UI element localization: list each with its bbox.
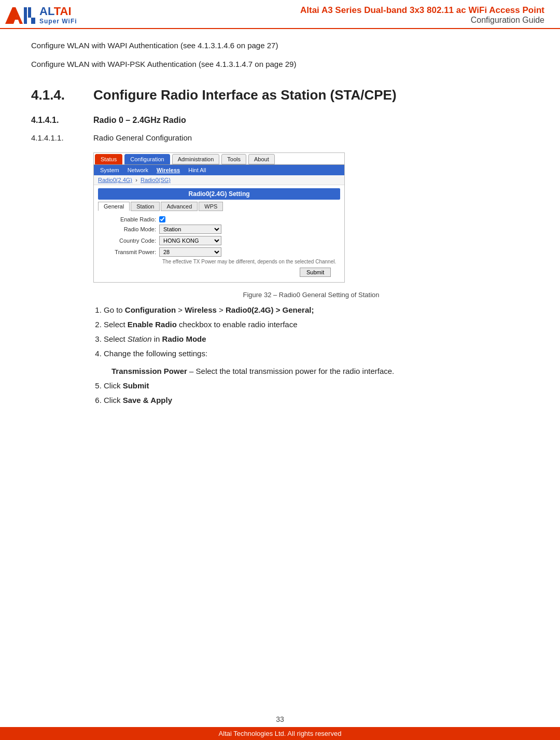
ss-sub-system[interactable]: System bbox=[96, 166, 123, 174]
header-title-top: Altai A3 Series Dual-band 3x3 802.11 ac … bbox=[88, 5, 544, 16]
ss-nav-status[interactable]: Status bbox=[95, 154, 122, 164]
step-1: Go to Configuration > Wireless > Radio0(… bbox=[104, 304, 529, 316]
ss-radio-mode-select[interactable]: Station AP bbox=[159, 225, 221, 234]
intro-para-2: Configure WLAN with WAPI-PSK Authenticat… bbox=[31, 58, 529, 71]
ss-nav-configuration[interactable]: Configuration bbox=[124, 154, 170, 164]
section-41411-title: Radio General Configuration bbox=[93, 133, 192, 142]
ss-submenu: System Network Wireless Hint All bbox=[94, 165, 344, 175]
step-2-enable: Enable Radio bbox=[128, 320, 177, 329]
section-4141-num: 4.1.4.1. bbox=[31, 116, 93, 125]
ss-nav-about[interactable]: About bbox=[248, 154, 275, 164]
ss-nav-tools[interactable]: Tools bbox=[221, 154, 246, 164]
step-4: Change the following settings: bbox=[104, 347, 529, 360]
step-2: Select Enable Radio checkbox to enable r… bbox=[104, 318, 529, 331]
step-1-config: Configuration bbox=[125, 305, 176, 314]
ss-submit-row: Submit bbox=[102, 268, 336, 277]
ss-breadcrumb-radio0-sg[interactable]: Radio0(SG) bbox=[141, 177, 171, 183]
ss-radio-mode-label: Radio Mode: bbox=[102, 226, 159, 232]
ss-form: Enable Radio: Radio Mode: Station AP Cou… bbox=[94, 214, 344, 282]
main-content: Configure WLAN with WAPI Authentication … bbox=[0, 29, 560, 422]
ss-transmit-power-select[interactable]: 28 20 15 bbox=[159, 247, 221, 257]
steps-after-list: Click Submit Click Save & Apply bbox=[93, 380, 529, 407]
ss-enable-radio-row: Enable Radio: bbox=[102, 216, 336, 222]
ss-tab-wps[interactable]: WPS bbox=[199, 202, 223, 211]
ss-sub-wireless[interactable]: Wireless bbox=[152, 166, 184, 174]
ss-tab-station[interactable]: Station bbox=[131, 202, 160, 211]
svg-rect-3 bbox=[28, 7, 31, 18]
ss-breadcrumb: Radio0(2.4G) › Radio0(SG) bbox=[94, 175, 344, 185]
step-3: Select Station in Radio Mode bbox=[104, 333, 529, 345]
step-6: Click Save & Apply bbox=[104, 394, 529, 407]
ss-navbar: Status Configuration Administration Tool… bbox=[94, 153, 344, 165]
section-414-num: 4.1.4. bbox=[31, 86, 93, 103]
svg-rect-2 bbox=[24, 7, 27, 24]
ss-nav-administration[interactable]: Administration bbox=[172, 154, 220, 164]
footer-page-num: 33 bbox=[0, 710, 560, 725]
step-4-detail: Transmission Power – Select the total tr… bbox=[111, 365, 529, 378]
ss-submit-button[interactable]: Submit bbox=[300, 268, 331, 277]
ss-tabs: General Station Advanced WPS bbox=[94, 202, 344, 211]
section-414-title: Configure Radio Interface as Station (ST… bbox=[93, 86, 529, 104]
section-414-heading: 4.1.4. Configure Radio Interface as Stat… bbox=[31, 86, 529, 104]
ss-enable-radio-checkbox[interactable] bbox=[159, 216, 165, 222]
ss-transmit-power-row: Transmit Power: 28 20 15 bbox=[102, 247, 336, 257]
step-1-wireless: Wireless bbox=[185, 305, 217, 314]
figure-caption: Figure 32 – Radio0 General Setting of St… bbox=[93, 291, 529, 299]
step-4-tx-label: Transmission Power bbox=[111, 367, 187, 375]
ss-tab-advanced[interactable]: Advanced bbox=[161, 202, 198, 211]
step-3-station: Station bbox=[128, 334, 152, 343]
svg-rect-4 bbox=[31, 18, 35, 24]
ss-sub-network[interactable]: Network bbox=[123, 166, 152, 174]
ss-panel-title: Radio0(2.4G) Setting bbox=[98, 188, 340, 200]
logo-sub: Super WiFi bbox=[39, 18, 77, 25]
section-4141-heading: 4.1.4.1. Radio 0 – 2.4GHz Radio bbox=[31, 116, 529, 125]
ss-tab-general[interactable]: General bbox=[98, 202, 130, 211]
step-3-radiomode: Radio Mode bbox=[162, 334, 206, 343]
section-41411-heading: 4.1.4.1.1. Radio General Configuration bbox=[31, 133, 529, 142]
ss-radio-mode-row: Radio Mode: Station AP bbox=[102, 225, 336, 234]
step-5: Click Submit bbox=[104, 380, 529, 392]
logo-area: ALTAI Super WiFi bbox=[5, 5, 88, 25]
ss-country-code-row: Country Code: HONG KONG CHINA bbox=[102, 236, 336, 245]
step-5-submit: Submit bbox=[123, 381, 149, 390]
ss-country-code-label: Country Code: bbox=[102, 238, 159, 244]
steps-list: Go to Configuration > Wireless > Radio0(… bbox=[93, 304, 529, 360]
altai-logo-icon bbox=[5, 5, 36, 25]
ss-transmit-note: The effective TX Power may be different,… bbox=[102, 259, 336, 264]
header-title-bottom: Configuration Guide bbox=[88, 16, 544, 25]
svg-marker-0 bbox=[5, 7, 23, 24]
intro-para-1: Configure WLAN with WAPI Authentication … bbox=[31, 39, 529, 52]
logo-al: AL bbox=[39, 5, 54, 18]
page-header: ALTAI Super WiFi Altai A3 Series Dual-ba… bbox=[0, 0, 560, 29]
step-1-radio: Radio0(2.4G) > General; bbox=[226, 305, 314, 314]
ss-enable-radio-label: Enable Radio: bbox=[102, 216, 159, 222]
section-4141-title: Radio 0 – 2.4GHz Radio bbox=[93, 116, 186, 125]
header-title: Altai A3 Series Dual-band 3x3 802.11 ac … bbox=[88, 5, 544, 25]
footer-bar: Altai Technologies Ltd. All rights reser… bbox=[0, 727, 560, 740]
logo-tai: TAI bbox=[54, 5, 72, 18]
ss-sub-hintall[interactable]: Hint All bbox=[184, 166, 210, 174]
screenshot-box: Status Configuration Administration Tool… bbox=[93, 152, 345, 283]
section-41411-num: 4.1.4.1.1. bbox=[31, 133, 93, 142]
step-6-save: Save & Apply bbox=[123, 396, 172, 404]
ss-country-code-select[interactable]: HONG KONG CHINA bbox=[159, 236, 221, 245]
ss-transmit-power-label: Transmit Power: bbox=[102, 249, 159, 255]
step-4-tx-text: – Select the total transmission power fo… bbox=[187, 367, 394, 375]
ss-breadcrumb-radio0-24g[interactable]: Radio0(2.4G) bbox=[98, 177, 132, 183]
